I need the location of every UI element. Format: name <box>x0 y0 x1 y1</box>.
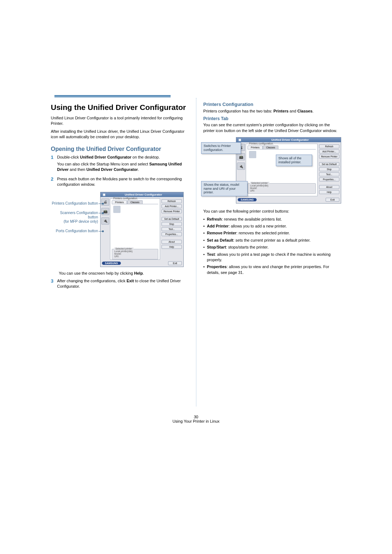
selected-local: Local printer(idle) <box>114 250 156 253</box>
test-button[interactable]: Test... <box>319 172 339 176</box>
module-ports-button[interactable]: 🔌 <box>101 217 109 225</box>
text: . <box>313 109 314 113</box>
step-1a: Double-click Unified Driver Configurator… <box>57 155 189 160</box>
about-button[interactable]: About <box>319 185 339 189</box>
selected-printer-box: Selected printer: Local printer(idle) Mo… <box>112 249 158 259</box>
text: You can use the onscreen help by clickin… <box>59 271 134 275</box>
callout-switch-printer: Switches to Printer configuration. <box>201 142 241 154</box>
help-button[interactable]: Help <box>162 245 182 249</box>
screenshot-configurator-1: ▣ Unified Driver Configurator 🖨 📠 🔌 Prin… <box>100 192 184 267</box>
selected-uri: URI: <box>250 189 313 192</box>
about-button[interactable]: About <box>162 240 182 244</box>
set-default-button[interactable]: Set as Default <box>319 162 339 166</box>
callout-shows-status: Shows the status, model name and URI of … <box>201 181 248 196</box>
printer-icon[interactable] <box>249 151 256 158</box>
window-titlebar: ▣ Unified Driver Configurator <box>101 192 183 197</box>
tab-classes[interactable]: Classes <box>127 200 143 204</box>
text: Double-click <box>57 155 80 159</box>
selected-printer-legend: Selected printer: <box>114 247 134 250</box>
remove-printer-button[interactable]: Remove Printer <box>319 155 339 159</box>
text: : allows you to print a test page to che… <box>207 252 331 262</box>
bullet-remove-printer: Remove Printer: removes the selected pri… <box>203 230 341 236</box>
bold-text: Classes <box>297 109 313 113</box>
properties-button[interactable]: Properties... <box>319 177 339 181</box>
module-scanners-button[interactable]: 📠 <box>101 208 109 215</box>
bold-text: Set as Default <box>207 238 233 242</box>
selected-model: Model: <box>250 187 313 189</box>
intro-text-1: Unified Linux Driver Configurator is a t… <box>51 115 189 127</box>
screenshot-configurator-2: ▣ Unified Driver Configurator 🖨 📠 🔌 Prin… <box>236 137 341 204</box>
bullet-test: Test: allows you to print a test page to… <box>203 252 341 263</box>
refresh-button[interactable]: Refresh <box>319 144 339 148</box>
printers-tab-heading: Printers Tab <box>203 116 341 121</box>
control-buttons-intro: You can use the following printer contro… <box>203 209 341 214</box>
remove-printer-button[interactable]: Remove Printer <box>162 209 182 213</box>
add-printer-button[interactable]: Add Printer... <box>319 149 339 153</box>
text: . <box>138 167 139 172</box>
label-printers-config-button: Printers Configuration button <box>51 201 98 206</box>
running-footer: Using Your Printer in Linux <box>0 419 392 423</box>
printers-list[interactable] <box>112 204 158 247</box>
bullet-refresh: Refresh: renews the available printers l… <box>203 217 341 222</box>
selected-model: Model: <box>114 253 156 255</box>
step-number: 3 <box>51 278 53 291</box>
tab-printers[interactable]: Printers <box>112 200 127 204</box>
bold-text: Printers <box>273 109 289 113</box>
window-menu-icon[interactable]: ▣ <box>238 138 241 141</box>
exit-button[interactable]: Exit <box>168 261 182 265</box>
window-title: Unified Driver Configurator <box>241 138 339 141</box>
text: on the desktop. <box>131 155 160 159</box>
properties-button[interactable]: Properties... <box>162 232 182 236</box>
stop-button[interactable]: Stop <box>319 167 339 171</box>
section-rule <box>54 95 171 98</box>
test-button[interactable]: Test... <box>162 227 182 231</box>
bold-text: Add Printer <box>207 224 229 228</box>
bold-text: Remove Printer <box>207 231 236 235</box>
text: You can also click the Startup Menu icon… <box>57 162 149 166</box>
window-menu-icon[interactable]: ▣ <box>103 193 106 196</box>
module-printers-button[interactable]: 🖨 <box>101 198 109 206</box>
bullet-add-printer: Add Printer: allows you to add a new pri… <box>203 223 341 229</box>
label-scanners-config-button: Scanners Configuration button(for MFP de… <box>51 211 98 224</box>
text: and <box>289 109 297 113</box>
exit-button[interactable]: Exit <box>326 198 339 202</box>
label-ports-config-button: Ports Configuration button <box>51 229 98 233</box>
module-ports-button[interactable]: 🔌 <box>237 163 245 170</box>
main-heading: Using the Unified Driver Configurator <box>51 103 189 112</box>
step-number: 1 <box>51 155 53 174</box>
window-title: Unified Driver Configurator <box>106 193 181 196</box>
text: . <box>143 271 144 275</box>
text: : sets the current printer as a default … <box>233 238 311 242</box>
intro-text-2: After installing the Unified Linux drive… <box>51 129 189 140</box>
set-default-button[interactable]: Set as Default <box>162 217 182 221</box>
printer-icon[interactable] <box>113 206 121 213</box>
bold-text: Exit <box>127 279 134 283</box>
step-2: Press each button on the Modules pane to… <box>57 176 189 188</box>
bullet-properties: Properties: allows you to view and chang… <box>203 264 341 275</box>
selected-local: Local printer(idle) <box>250 184 313 187</box>
bullet-stop-start: Stop/Start: stops/starts the printer. <box>203 245 341 250</box>
printers-tab-intro: You can see the current system's printer… <box>203 122 341 134</box>
bold-text: Unified Driver Configurator <box>86 167 138 172</box>
callout-shows-installed: Shows all of the installed printer. <box>276 155 312 166</box>
text: and then <box>69 167 86 172</box>
bold-text: Stop <box>207 245 216 249</box>
tab-classes[interactable]: Classes <box>263 145 278 149</box>
printers-config-intro: Printers configuration has the two tabs:… <box>203 108 341 114</box>
panel-label: Printers configuration <box>113 197 138 200</box>
text: After changing the configurations, click <box>57 279 126 283</box>
bold-text: Refresh <box>207 217 222 221</box>
bold-text: Help <box>134 271 143 275</box>
selected-uri: URI: <box>114 255 156 258</box>
add-printer-button[interactable]: Add Printer... <box>162 204 182 208</box>
text: : removes the selected printer. <box>236 231 290 235</box>
help-button[interactable]: Help <box>319 190 339 194</box>
bold-text: Properties <box>207 264 226 269</box>
module-scanners-button[interactable]: 📠 <box>237 153 245 160</box>
text: : stops/starts the printer. <box>226 245 269 249</box>
page-number: 30 <box>0 415 392 419</box>
text: Printers configuration has the two tabs: <box>203 109 273 113</box>
refresh-button[interactable]: Refresh <box>162 199 182 203</box>
stop-button[interactable]: Stop <box>162 222 182 226</box>
tab-printers[interactable]: Printers <box>248 145 263 149</box>
